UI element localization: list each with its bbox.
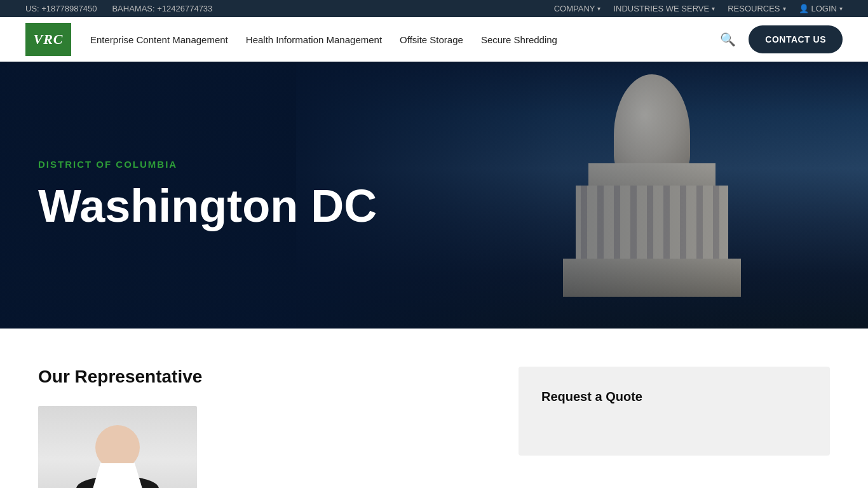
person-head — [95, 425, 140, 470]
main-nav: VRC Enterprise Content Management Health… — [0, 17, 868, 62]
topbar-nav-company[interactable]: COMPANY ▾ — [554, 4, 601, 13]
hero-title: Washington DC — [38, 181, 377, 231]
nav-link-ecm[interactable]: Enterprise Content Management — [90, 34, 228, 45]
quote-card: Request a Quote — [519, 367, 830, 456]
phone-bahamas: BAHAMAS: +12426774733 — [112, 4, 212, 13]
topbar-login-icon: 👤 — [799, 4, 809, 13]
representative-photo — [38, 406, 197, 488]
nav-links: Enterprise Content Management Health Inf… — [90, 34, 720, 45]
nav-right: 🔍 CONTACT US — [720, 25, 843, 53]
person-shirt — [89, 463, 146, 488]
topbar-company-arrow: ▾ — [597, 5, 600, 12]
left-column: Our Representative — [38, 367, 493, 488]
top-bar: US: +18778987450 BAHAMAS: +12426774733 C… — [0, 0, 868, 17]
topbar-login-label: LOGIN — [811, 4, 837, 13]
quote-card-title: Request a Quote — [541, 390, 807, 404]
topbar-resources-label: RESOURCES — [728, 4, 780, 13]
hero-subtitle: DISTRICT OF COLUMBIA — [38, 159, 377, 170]
hero-section: DISTRICT OF COLUMBIA Washington DC — [0, 62, 868, 329]
logo-text: VRC — [33, 31, 63, 48]
nav-link-him[interactable]: Health Information Management — [246, 34, 382, 45]
topbar-industries-label: INDUSTRIES WE SERVE — [613, 4, 709, 13]
topbar-nav-industries[interactable]: INDUSTRIES WE SERVE ▾ — [613, 4, 715, 13]
rep-section-title: Our Representative — [38, 367, 493, 387]
top-bar-nav: COMPANY ▾ INDUSTRIES WE SERVE ▾ RESOURCE… — [554, 4, 843, 13]
hero-content: DISTRICT OF COLUMBIA Washington DC — [0, 159, 415, 231]
contact-button[interactable]: CONTACT US — [749, 25, 843, 53]
topbar-nav-login[interactable]: 👤 LOGIN ▾ — [799, 4, 843, 13]
nav-link-offsite[interactable]: Offsite Storage — [400, 34, 463, 45]
topbar-industries-arrow: ▾ — [712, 5, 715, 12]
topbar-company-label: COMPANY — [554, 4, 595, 13]
right-column: Request a Quote — [519, 367, 830, 488]
top-bar-phones: US: +18778987450 BAHAMAS: +12426774733 — [25, 4, 212, 13]
topbar-resources-arrow: ▾ — [783, 5, 786, 12]
main-content: Our Representative Request a Quote — [0, 329, 868, 488]
search-icon[interactable]: 🔍 — [720, 32, 736, 47]
logo[interactable]: VRC — [25, 23, 71, 56]
topbar-nav-resources[interactable]: RESOURCES ▾ — [728, 4, 785, 13]
topbar-login-arrow: ▾ — [839, 5, 843, 12]
phone-us: US: +18778987450 — [25, 4, 97, 13]
nav-link-shredding[interactable]: Secure Shredding — [481, 34, 557, 45]
